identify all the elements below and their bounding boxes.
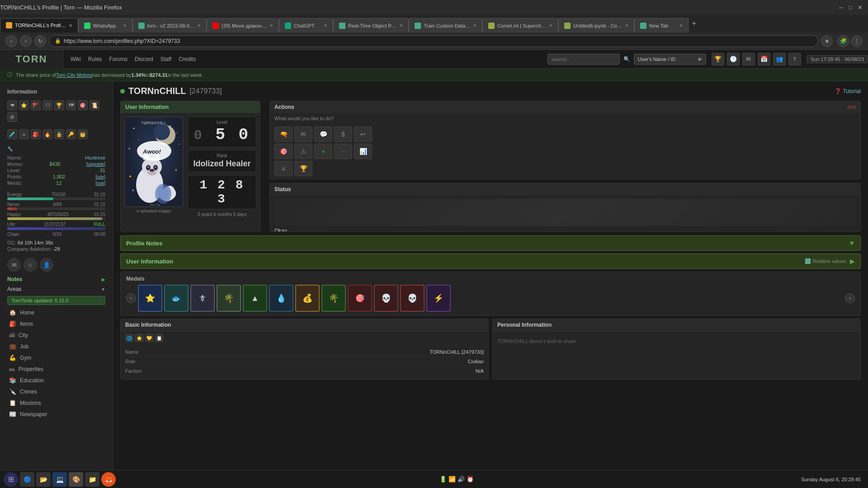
action-message-btn[interactable]: ✉ — [294, 127, 312, 142]
menu-btn[interactable]: ⋮ — [851, 35, 863, 47]
sidebar-item-city[interactable]: 🏙 City — [4, 329, 109, 341]
extensions-btn[interactable]: 🧩 — [837, 35, 849, 47]
name-value[interactable]: Huntrese — [85, 155, 105, 160]
nav-icon-calendar[interactable]: 📅 — [758, 53, 770, 66]
sidebar-icon-target[interactable]: 🎯 — [78, 100, 88, 110]
action-return-btn[interactable]: ↩ — [354, 127, 372, 142]
tab-realtimeobj[interactable]: Real-Time Object R… ✕ — [333, 18, 409, 33]
taskbar-icon-terminal[interactable]: 🔵 — [20, 472, 34, 487]
action-target-btn[interactable]: 🎯 — [274, 144, 292, 159]
taskbar-icon-firefox[interactable]: 🦊 — [101, 472, 116, 487]
areas-row[interactable]: Areas ▼ — [4, 284, 109, 294]
tab-comet[interactable]: Comet.ml | Superch… ✕ — [482, 18, 558, 33]
nav-icon-envelope[interactable]: ✉ — [742, 53, 755, 66]
tab-newtab[interactable]: New Tab ✕ — [634, 18, 689, 33]
points-use-link[interactable]: [use] — [95, 174, 105, 179]
nav-icon-group[interactable]: 👥 — [773, 53, 786, 66]
sidebar-icon-flag[interactable]: 🚩 — [31, 100, 41, 110]
sidebar-icon-bag[interactable]: 🎒 — [31, 129, 41, 139]
sidebar-icon-fire[interactable]: 🔥 — [42, 129, 52, 139]
basic-icon-4[interactable]: 📋 — [155, 334, 163, 342]
tab-close-chatgpt[interactable]: ✕ — [324, 23, 327, 28]
sidebar-item-properties[interactable]: 🏘 Properties — [4, 363, 109, 375]
tab-close-whatsapp[interactable]: ✕ — [123, 23, 127, 28]
rv-checkbox[interactable] — [805, 258, 811, 264]
notes-row[interactable]: Notes ▶ — [4, 274, 109, 284]
tab-torn-profile[interactable]: TORNnCHILL's Profi… ✕ — [0, 18, 78, 33]
sidebar-profile-btn[interactable]: 👤 — [40, 258, 53, 272]
tab-close-newtab[interactable]: ✕ — [679, 23, 683, 28]
action-warn-btn[interactable]: ⚠ — [294, 144, 312, 159]
forward-btn[interactable]: › — [20, 35, 32, 47]
sidebar-message-btn[interactable]: ✉ — [7, 258, 21, 272]
relative-values-toggle[interactable]: Relative values — [805, 258, 846, 264]
sidebar-icon-scroll[interactable]: 📜 — [90, 100, 99, 110]
sidebar-icon-sword[interactable]: ⚔ — [19, 129, 29, 139]
taskbar-icon-folder[interactable]: 📁 — [85, 472, 99, 487]
nav-rules[interactable]: Rules — [88, 56, 102, 62]
reload-btn[interactable]: ↻ — [34, 35, 46, 47]
sidebar-item-newspaper[interactable]: 📰 Newspaper — [4, 408, 109, 420]
maximize-btn[interactable]: □ — [849, 4, 852, 11]
sidebar-icon-map[interactable]: 🗺 — [66, 100, 76, 110]
taskbar-icon-files[interactable]: 📂 — [36, 472, 51, 487]
minimize-btn[interactable]: ─ — [839, 4, 843, 11]
action-awards-btn[interactable]: 🏆 — [294, 161, 312, 176]
sidebar-icon-trophy2[interactable]: 🏆 — [54, 100, 64, 110]
tab-close-torn[interactable]: ✕ — [69, 23, 72, 28]
nav-credits[interactable]: Credits — [179, 56, 196, 62]
action-attack-btn[interactable]: 🔫 — [274, 127, 292, 142]
tab-close-comet[interactable]: ✕ — [549, 23, 552, 28]
profile-notes-bar[interactable]: Profile Notes ▼ — [120, 235, 861, 251]
upgrade-link[interactable]: [upgrade] — [86, 162, 105, 167]
sidebar-trade-btn[interactable]: ☆ — [24, 258, 37, 272]
user-id-arrow[interactable]: ▶ — [698, 56, 702, 62]
merits-use-link[interactable]: [use] — [95, 181, 105, 186]
action-add-btn[interactable]: + — [314, 144, 332, 159]
sidebar-item-home[interactable]: 🏠 Home — [4, 307, 109, 318]
sidebar-icon-lock[interactable]: 🔒 — [54, 129, 64, 139]
tab-close-youtube[interactable]: ✕ — [269, 23, 273, 28]
nav-forums[interactable]: Forums — [109, 56, 127, 62]
sidebar-icon-potion[interactable]: 🧪 — [7, 129, 17, 139]
sidebar-icon-key[interactable]: 🔑 — [66, 129, 76, 139]
taskbar-icon-gimp[interactable]: 🎨 — [69, 472, 83, 487]
tab-close-train[interactable]: ✕ — [473, 23, 476, 28]
tab-torn-v2[interactable]: torn - v2 2023-08-0… ✕ — [132, 18, 207, 33]
sidebar-item-missions[interactable]: 📋 Missions — [4, 397, 109, 408]
tab-close-untitled6[interactable]: ✕ — [625, 23, 628, 28]
tab-youtube[interactable]: (39) Меня дракон… ✕ — [207, 18, 279, 33]
medals-prev-btn[interactable]: ‹ — [126, 293, 136, 303]
close-btn[interactable]: ✕ — [858, 4, 863, 11]
new-tab-btn[interactable]: + — [689, 19, 700, 28]
nav-discord[interactable]: Discord — [135, 56, 153, 62]
tab-untitled6[interactable]: Untitled6.ipynb - Co… ✕ — [558, 18, 634, 33]
basic-icon-2[interactable]: ⭐ — [135, 334, 143, 342]
nav-icon-clock[interactable]: 🕐 — [727, 53, 740, 66]
start-btn[interactable]: ⊞ — [4, 472, 18, 487]
user-info-expand-bar[interactable]: User Information Relative values ▶ — [120, 253, 861, 269]
sidebar-icon-star[interactable]: ⭐ — [19, 100, 29, 110]
tutorial-link[interactable]: ❓ Tutorial — [835, 88, 861, 94]
basic-icon-3[interactable]: 💛 — [145, 334, 153, 342]
sidebar-item-items[interactable]: 🎒 Items — [4, 318, 109, 329]
medals-next-btn[interactable]: › — [845, 293, 855, 303]
tab-close-realtimeobj[interactable]: ✕ — [399, 23, 403, 28]
action-bounty-btn[interactable]: $ — [334, 127, 352, 142]
nav-icon-trophy[interactable]: 🏆 — [712, 53, 724, 66]
sidebar-item-education[interactable]: 📚 Education — [4, 375, 109, 386]
address-bar[interactable]: 🔒 https://www.torn.com/profiles.php?XID=… — [49, 35, 818, 47]
search-input[interactable] — [547, 54, 620, 65]
action-remove-btn[interactable]: − — [334, 144, 352, 159]
sidebar-item-gym[interactable]: 💪 Gym — [4, 352, 109, 363]
action-chart-btn[interactable]: 📊 — [354, 144, 372, 159]
back-btn[interactable]: ‹ — [5, 35, 17, 47]
nav-icon-avatar[interactable]: T — [788, 53, 801, 66]
tab-train[interactable]: Train Custom Data… ✕ — [409, 18, 482, 33]
bookmark-btn[interactable]: ★ — [821, 35, 833, 47]
sidebar-icon-heart[interactable]: ❤ — [7, 100, 17, 110]
sidebar-icon-crown[interactable]: 👑 — [78, 129, 88, 139]
action-compare-btn[interactable]: ⚔ — [274, 161, 292, 176]
tab-whatsapp[interactable]: WhatsApp ✕ — [78, 18, 132, 33]
sidebar-icon-shield[interactable]: 🛡 — [42, 100, 52, 110]
